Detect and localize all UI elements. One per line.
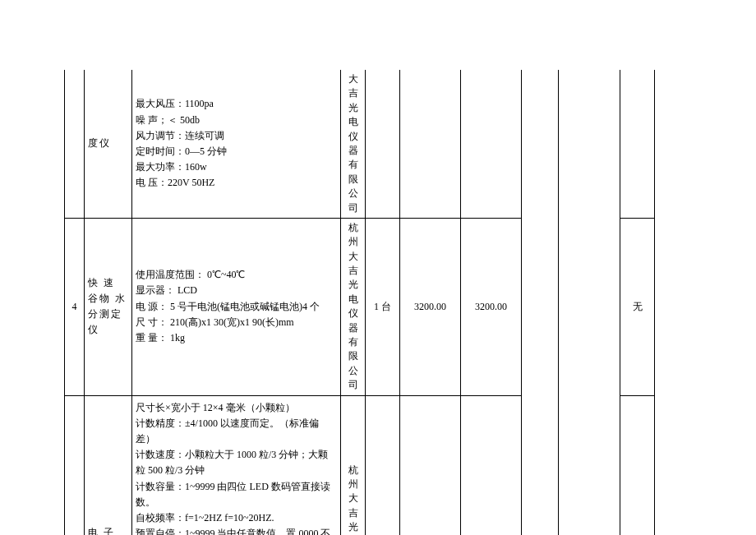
spec-line: 计数精度：±4/1000 以速度而定。（标准偏差） — [136, 416, 337, 447]
spec-line: 电 压：220V 50HZ — [136, 175, 337, 191]
cell-c10: 无 — [620, 218, 655, 395]
spec-line: 噪 声；＜ 50db — [136, 113, 337, 128]
table-row: 度仪 最大风压：1100pa 噪 声；＜ 50db 风力调节：连续可调 定时时间… — [65, 70, 655, 218]
cell-price: 2400.00 — [400, 395, 461, 535]
cell-mfr: 杭州大吉光电仪器有限公司 — [341, 218, 366, 395]
cell-name: 度仪 — [85, 70, 132, 218]
cell-spec: 尺寸长×宽小于 12×4 毫米（小颗粒） 计数精度：±4/1000 以速度而定。… — [132, 395, 341, 535]
spec-line: 风力调节：连续可调 — [136, 128, 337, 144]
spec-line: 预置自停：1~9999 当中任意数值，置 0000 不计数。 — [136, 526, 337, 535]
spec-line: 自校频率：f=1~2HZ f=10~20HZ. — [136, 510, 337, 526]
cell-qty: 2 台 — [366, 395, 400, 535]
cell-mfr: 杭州大吉光电仪器有限公司 — [341, 395, 366, 535]
spec-line: 尺寸长×宽小于 12×4 毫米（小颗粒） — [136, 400, 337, 416]
cell-c8 — [522, 70, 559, 535]
cell-name: 快 速 谷物 水 分测定仪 — [85, 218, 132, 395]
cell-index: 4 — [65, 218, 85, 395]
spec-line: 使用温度范围： 0℃~40℃ — [136, 267, 337, 283]
spec-line: 最大功率：160w — [136, 159, 337, 175]
cell-index — [65, 70, 85, 218]
cell-price: 3200.00 — [400, 218, 461, 395]
cell-mfr: 大吉光电仪器有限公司 — [341, 70, 366, 218]
spec-line: 尺 寸： 210(高)x1 30(宽)x1 90(长)mm — [136, 315, 337, 330]
cell-qty: 1 台 — [366, 218, 400, 395]
spec-line: 显示器： LCD — [136, 283, 337, 298]
spec-line: 定时时间：0—5 分钟 — [136, 144, 337, 159]
cell-spec: 最大风压：1100pa 噪 声；＜ 50db 风力调节：连续可调 定时时间：0—… — [132, 70, 341, 218]
spec-line: 计数容量：1~9999 由四位 LED 数码管直接读数。 — [136, 479, 337, 510]
cell-c10 — [620, 70, 655, 218]
cell-total: 4800.00 — [461, 395, 522, 535]
cell-total: 3200.00 — [461, 218, 522, 395]
spec-line: 重 量： 1kg — [136, 330, 337, 346]
spec-line: 最大风压：1100pa — [136, 96, 337, 112]
spec-line: 计数速度：小颗粒大于 1000 粒/3 分钟；大颗粒 500 粒/3 分钟 — [136, 447, 337, 478]
spec-line: 电 源： 5 号干电池(锰电池或碱锰电池)4 个 — [136, 299, 337, 315]
cell-name: 电 子 自动 数 粒仪 — [85, 395, 132, 535]
cell-c10: 无 — [620, 395, 655, 535]
cell-total — [461, 70, 522, 218]
cell-spec: 使用温度范围： 0℃~40℃ 显示器： LCD 电 源： 5 号干电池(锰电池或… — [132, 218, 341, 395]
cell-index: 5 — [65, 395, 85, 535]
spec-table: 度仪 最大风压：1100pa 噪 声；＜ 50db 风力调节：连续可调 定时时间… — [64, 70, 655, 535]
cell-c9 — [559, 70, 620, 535]
cell-qty — [366, 70, 400, 218]
cell-price — [400, 70, 461, 218]
